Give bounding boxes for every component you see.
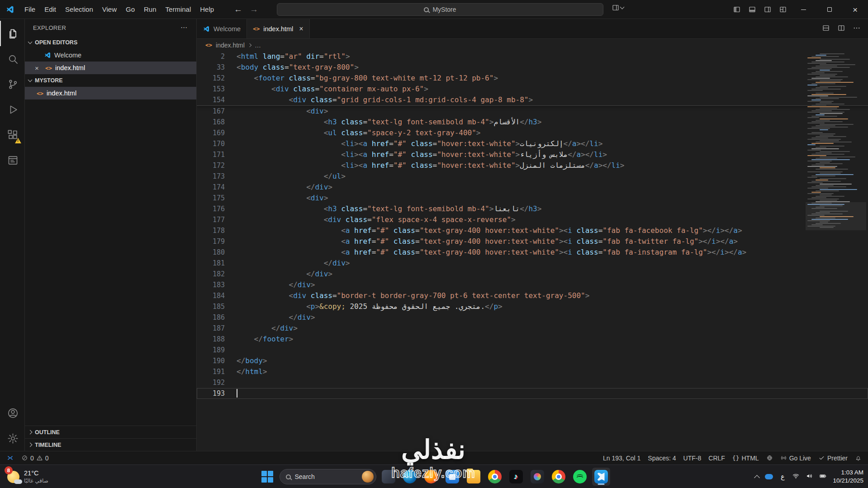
source-control-icon[interactable]: [0, 71, 25, 97]
taskbar-app-spotify[interactable]: [571, 468, 589, 486]
line-number[interactable]: 182: [197, 269, 237, 280]
toggle-sidebar-icon[interactable]: [729, 0, 745, 19]
browser-preview-icon[interactable]: [763, 451, 777, 465]
code-line-169[interactable]: 169 <ul class="space-y-2 text-gray-400">: [197, 128, 868, 138]
open-editor-item[interactable]: Welcome: [25, 49, 196, 62]
editor-tab-welcome[interactable]: Welcome: [197, 19, 247, 38]
code-line-183[interactable]: 183 </div>: [197, 280, 868, 290]
menu-view[interactable]: View: [98, 3, 121, 16]
line-number[interactable]: 177: [197, 214, 237, 225]
code-line-175[interactable]: 175 <div>: [197, 193, 868, 204]
line-number[interactable]: 180: [197, 247, 237, 258]
line-number[interactable]: 169: [197, 128, 237, 138]
language-indicator[interactable]: ع: [779, 473, 786, 480]
code-line-2[interactable]: 2<html lang="ar" dir="rtl">: [197, 51, 868, 62]
open-editor-item[interactable]: ×<>index.html: [25, 62, 196, 74]
code-line-154[interactable]: 154 <div class="grid grid-cols-1 md:grid…: [197, 95, 868, 105]
code-line-190[interactable]: 190</body>: [197, 355, 868, 366]
line-number[interactable]: 33: [197, 62, 237, 73]
code-line-191[interactable]: 191</html>: [197, 366, 868, 377]
extensions-icon[interactable]: [0, 122, 25, 147]
taskbar-app-task-view[interactable]: [379, 468, 398, 486]
menu-go[interactable]: Go: [121, 3, 139, 16]
line-number[interactable]: 167: [197, 106, 237, 117]
code-line-171[interactable]: 171 <li><a href="#" class="hover:text-wh…: [197, 149, 868, 160]
code-line-173[interactable]: 173 </ul>: [197, 171, 868, 182]
taskbar-clock[interactable]: 1:03 AM 10/21/2025: [833, 469, 863, 484]
code-line-174[interactable]: 174 </div>: [197, 182, 868, 193]
line-number[interactable]: 188: [197, 334, 237, 345]
more-actions-icon[interactable]: [853, 24, 861, 33]
prettier-button[interactable]: Prettier: [815, 451, 851, 465]
minimap[interactable]: [807, 52, 858, 287]
taskbar-app-vscode[interactable]: [592, 468, 610, 486]
tray-blue-icon[interactable]: [765, 474, 773, 479]
line-number[interactable]: 172: [197, 160, 237, 171]
toggle-layout-icon[interactable]: [822, 24, 830, 33]
explorer-icon[interactable]: [0, 21, 25, 46]
code-line-192[interactable]: 192: [197, 377, 868, 388]
taskbar-app-file-explorer[interactable]: [465, 468, 483, 486]
toggle-secondary-sidebar-icon[interactable]: [760, 0, 775, 19]
code-line-178[interactable]: 178 <a href="#" class="text-gray-400 hov…: [197, 225, 868, 236]
code-line-179[interactable]: 179 <a href="#" class="text-gray-400 hov…: [197, 236, 868, 247]
start-button[interactable]: [258, 468, 276, 486]
code-line-181[interactable]: 181 </div>: [197, 258, 868, 269]
taskbar-app-chrome[interactable]: [486, 468, 504, 486]
command-center-search[interactable]: MyStore: [277, 3, 603, 16]
line-number[interactable]: 191: [197, 366, 237, 377]
taskbar-app-chrome-2[interactable]: [550, 468, 568, 486]
code-line-189[interactable]: 189: [197, 345, 868, 355]
minimap-slider[interactable]: [806, 202, 866, 230]
code-line-193[interactable]: 193: [197, 388, 868, 399]
status-eol[interactable]: CRLF: [705, 451, 729, 465]
status-encoding[interactable]: UTF-8: [680, 451, 705, 465]
explorer-more-actions-icon[interactable]: ⋯: [180, 24, 188, 32]
split-editor-icon[interactable]: [837, 24, 845, 33]
line-number[interactable]: 2: [197, 51, 237, 62]
settings-gear-icon[interactable]: [0, 426, 25, 451]
tray-overflow-chevron-icon[interactable]: [754, 475, 760, 481]
close-icon[interactable]: ×: [35, 64, 42, 72]
close-icon[interactable]: ×: [299, 25, 303, 33]
breadcrumb-more[interactable]: …: [255, 42, 261, 49]
line-number[interactable]: 154: [197, 95, 237, 105]
line-number[interactable]: 179: [197, 236, 237, 247]
sticky-scroll[interactable]: 2<html lang="ar" dir="rtl">33<body class…: [197, 51, 868, 106]
taskbar-app-tiktok[interactable]: [507, 468, 525, 486]
line-number[interactable]: 171: [197, 149, 237, 160]
maximize-button[interactable]: [816, 0, 842, 19]
menu-selection[interactable]: Selection: [61, 3, 98, 16]
problems-indicator[interactable]: 0 0: [18, 451, 52, 465]
folder-header[interactable]: MYSTORE: [25, 74, 196, 87]
run-and-debug-icon[interactable]: [0, 97, 25, 122]
line-number[interactable]: 174: [197, 182, 237, 193]
code-line-172[interactable]: 172 <li><a href="#" class="hover:text-wh…: [197, 160, 868, 171]
code-line-167[interactable]: 167 <div>: [197, 106, 868, 117]
line-number[interactable]: 153: [197, 84, 237, 95]
code-line-185[interactable]: 185 <p>&copy; 2025 متجري. جميع الحقوق مح…: [197, 301, 868, 312]
breadcrumb[interactable]: <> index.html …: [197, 39, 868, 51]
notifications-bell-icon[interactable]: [851, 451, 865, 465]
status-indentation[interactable]: Spaces: 4: [644, 451, 679, 465]
code-line-182[interactable]: 182 </div>: [197, 269, 868, 280]
code-line-187[interactable]: 187 </div>: [197, 323, 868, 334]
line-number[interactable]: 176: [197, 204, 237, 214]
line-number[interactable]: 183: [197, 280, 237, 290]
line-number[interactable]: 189: [197, 345, 237, 355]
code-line-168[interactable]: 168 <h3 class="text-lg font-semibold mb-…: [197, 117, 868, 128]
taskbar-app-photos[interactable]: [528, 468, 546, 486]
menu-run[interactable]: Run: [139, 3, 161, 16]
file-tree-item[interactable]: <>index.html: [25, 87, 196, 99]
code-line-153[interactable]: 153 <div class="container mx-auto px-6">: [197, 84, 868, 95]
menu-edit[interactable]: Edit: [40, 3, 61, 16]
line-number[interactable]: 181: [197, 258, 237, 269]
toggle-panel-icon[interactable]: [745, 0, 760, 19]
line-number[interactable]: 185: [197, 301, 237, 312]
code-line-188[interactable]: 188 </footer>: [197, 334, 868, 345]
battery-icon[interactable]: [819, 472, 827, 481]
breadcrumb-file[interactable]: index.html: [216, 42, 245, 49]
menu-help[interactable]: Help: [195, 3, 218, 16]
layout-control-button[interactable]: [612, 4, 624, 12]
taskbar-app-store[interactable]: [443, 468, 461, 486]
